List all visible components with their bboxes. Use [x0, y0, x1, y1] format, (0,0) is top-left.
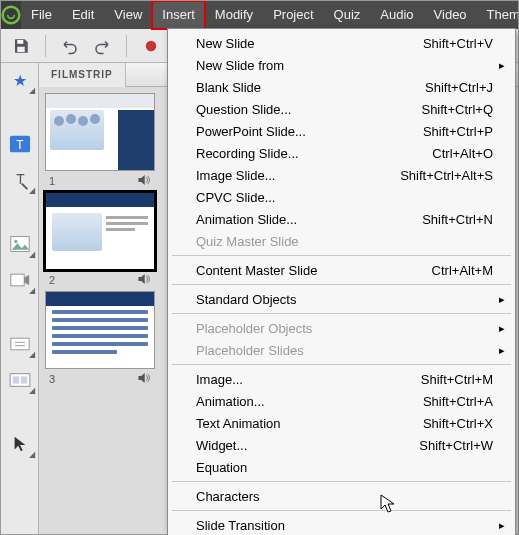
- menu-separator: [172, 481, 511, 482]
- menu-item-question-slide[interactable]: Question Slide...Shift+Ctrl+Q: [170, 98, 513, 120]
- menu-item-label: Widget...: [196, 438, 419, 453]
- menu-item-label: Blank Slide: [196, 80, 425, 95]
- svg-rect-14: [12, 376, 18, 383]
- filmstrip-tab[interactable]: FILMSTRIP: [39, 63, 126, 87]
- menu-item-characters[interactable]: Characters: [170, 485, 513, 507]
- toolbar-separator: [126, 35, 127, 57]
- menu-item-label: Content Master Slide: [196, 263, 432, 278]
- menu-insert[interactable]: Insert: [152, 1, 205, 29]
- shape-tool-icon[interactable]: ◢: [7, 331, 33, 357]
- menu-audio[interactable]: Audio: [370, 1, 423, 29]
- menu-item-shortcut: Shift+Ctrl+W: [419, 438, 493, 453]
- menu-item-label: Animation Slide...: [196, 212, 422, 227]
- menu-view[interactable]: View: [104, 1, 152, 29]
- menu-modify[interactable]: Modify: [205, 1, 263, 29]
- menu-item-label: Image...: [196, 372, 421, 387]
- menu-item-text-animation[interactable]: Text AnimationShift+Ctrl+X: [170, 412, 513, 434]
- svg-point-3: [146, 40, 157, 51]
- menu-item-shortcut: Shift+Ctrl+V: [423, 36, 493, 51]
- svg-rect-15: [20, 376, 26, 383]
- svg-rect-2: [17, 46, 25, 51]
- pointer-tool-icon[interactable]: ◢: [7, 431, 33, 457]
- menu-item-shortcut: Shift+Ctrl+J: [425, 80, 493, 95]
- menu-separator: [172, 364, 511, 365]
- menu-separator: [172, 510, 511, 511]
- menu-item-new-slide[interactable]: New SlideShift+Ctrl+V: [170, 32, 513, 54]
- menu-item-shortcut: Shift+Ctrl+Alt+S: [400, 168, 493, 183]
- menu-item-quiz-master-slide: Quiz Master Slide: [170, 230, 513, 252]
- menubar: FileEditViewInsertModifyProjectQuizAudio…: [1, 1, 518, 29]
- menu-item-recording-slide[interactable]: Recording Slide...Ctrl+Alt+O: [170, 142, 513, 164]
- svg-rect-9: [10, 274, 23, 286]
- insert-menu-dropdown: New SlideShift+Ctrl+VNew Slide fromBlank…: [167, 28, 516, 535]
- menu-separator: [172, 313, 511, 314]
- menu-item-label: Slide Transition: [196, 518, 493, 533]
- menu-item-label: New Slide from: [196, 58, 493, 73]
- menu-item-label: Placeholder Objects: [196, 321, 493, 336]
- app-logo: [1, 1, 21, 29]
- toolbar-separator: [45, 35, 46, 57]
- menu-item-label: CPVC Slide...: [196, 190, 493, 205]
- slide-number: 3: [49, 373, 55, 385]
- menu-item-content-master-slide[interactable]: Content Master SlideCtrl+Alt+M: [170, 259, 513, 281]
- undo-icon[interactable]: [58, 34, 82, 58]
- menu-item-placeholder-slides: Placeholder Slides: [170, 339, 513, 361]
- menu-file[interactable]: File: [21, 1, 62, 29]
- audio-icon: [137, 174, 151, 188]
- menu-item-image[interactable]: Image...Shift+Ctrl+M: [170, 368, 513, 390]
- svg-text:T: T: [16, 138, 23, 152]
- menu-item-shortcut: Shift+Ctrl+X: [423, 416, 493, 431]
- favorite-icon[interactable]: ★◢: [7, 67, 33, 93]
- menu-item-slide-transition[interactable]: Slide Transition: [170, 514, 513, 535]
- redo-icon[interactable]: [90, 34, 114, 58]
- menu-themes[interactable]: Themes: [477, 1, 519, 29]
- menu-item-equation[interactable]: Equation: [170, 456, 513, 478]
- menu-item-label: Recording Slide...: [196, 146, 432, 161]
- text-caption-tool-icon[interactable]: T◢: [7, 167, 33, 193]
- menu-item-shortcut: Shift+Ctrl+P: [423, 124, 493, 139]
- menu-item-label: Text Animation: [196, 416, 423, 431]
- menu-item-widget[interactable]: Widget...Shift+Ctrl+W: [170, 434, 513, 456]
- menu-separator: [172, 284, 511, 285]
- menu-item-placeholder-objects: Placeholder Objects: [170, 317, 513, 339]
- menu-item-label: Animation...: [196, 394, 423, 409]
- menu-video[interactable]: Video: [424, 1, 477, 29]
- menu-item-label: Standard Objects: [196, 292, 493, 307]
- record-icon[interactable]: [139, 34, 163, 58]
- menu-item-shortcut: Shift+Ctrl+N: [422, 212, 493, 227]
- menu-item-shortcut: Shift+Ctrl+Q: [421, 102, 493, 117]
- menu-quiz[interactable]: Quiz: [324, 1, 371, 29]
- slide-number: 1: [49, 175, 55, 187]
- menu-item-label: PowerPoint Slide...: [196, 124, 423, 139]
- svg-rect-1: [17, 40, 23, 44]
- menu-project[interactable]: Project: [263, 1, 323, 29]
- save-icon[interactable]: [9, 34, 33, 58]
- menu-item-powerpoint-slide[interactable]: PowerPoint Slide...Shift+Ctrl+P: [170, 120, 513, 142]
- menu-edit[interactable]: Edit: [62, 1, 104, 29]
- menu-item-label: Image Slide...: [196, 168, 400, 183]
- menu-item-label: Placeholder Slides: [196, 343, 493, 358]
- menu-item-cpvc-slide[interactable]: CPVC Slide...: [170, 186, 513, 208]
- video-tool-icon[interactable]: ◢: [7, 267, 33, 293]
- menu-item-shortcut: Shift+Ctrl+M: [421, 372, 493, 387]
- menu-item-animation[interactable]: Animation...Shift+Ctrl+A: [170, 390, 513, 412]
- menu-item-shortcut: Ctrl+Alt+M: [432, 263, 493, 278]
- menu-item-label: Equation: [196, 460, 493, 475]
- svg-rect-10: [10, 338, 28, 350]
- menu-item-image-slide[interactable]: Image Slide...Shift+Ctrl+Alt+S: [170, 164, 513, 186]
- menu-item-shortcut: Shift+Ctrl+A: [423, 394, 493, 409]
- widget-tool-icon[interactable]: ◢: [7, 367, 33, 393]
- svg-point-8: [14, 240, 17, 243]
- svg-text:T: T: [16, 172, 25, 187]
- image-tool-icon[interactable]: ◢: [7, 231, 33, 257]
- menu-item-new-slide-from[interactable]: New Slide from: [170, 54, 513, 76]
- menu-item-animation-slide[interactable]: Animation Slide...Shift+Ctrl+N: [170, 208, 513, 230]
- menu-item-label: Quiz Master Slide: [196, 234, 493, 249]
- audio-icon: [137, 372, 151, 386]
- slide-number: 2: [49, 274, 55, 286]
- text-tool-icon[interactable]: T: [7, 131, 33, 157]
- menu-item-label: Question Slide...: [196, 102, 421, 117]
- menu-item-blank-slide[interactable]: Blank SlideShift+Ctrl+J: [170, 76, 513, 98]
- svg-point-0: [3, 7, 20, 24]
- menu-item-standard-objects[interactable]: Standard Objects: [170, 288, 513, 310]
